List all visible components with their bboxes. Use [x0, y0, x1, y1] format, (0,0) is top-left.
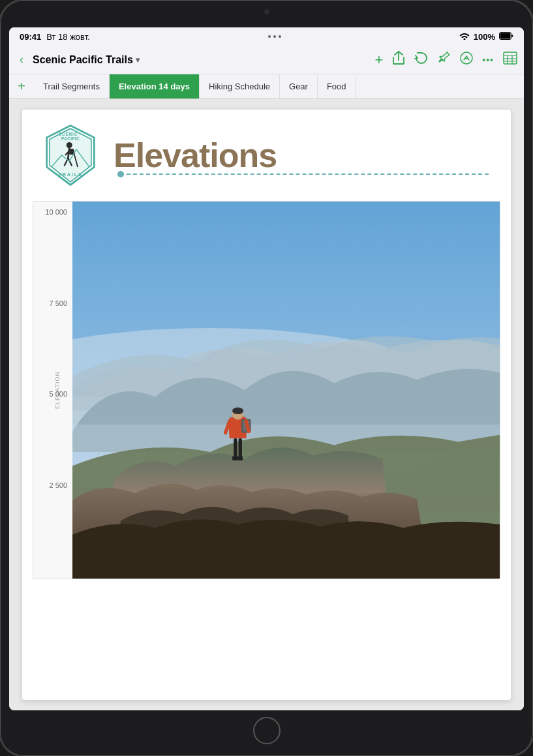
tabs-bar: + Trail Segments Elevation 14 days Hikin…: [9, 74, 524, 99]
mountain-photo: [72, 202, 500, 579]
status-dot-1: [268, 35, 271, 38]
tab-trail-segments[interactable]: Trail Segments: [34, 74, 110, 98]
document-title[interactable]: Scenic Pacific Trails ▾: [33, 54, 140, 66]
svg-line-5: [68, 148, 69, 158]
front-camera: [264, 9, 269, 14]
back-button[interactable]: ‹: [16, 50, 27, 69]
status-right: 100%: [459, 31, 513, 42]
battery-percent: 100%: [474, 32, 495, 42]
undo-button[interactable]: [414, 52, 429, 68]
grid-line-bottom: [72, 579, 500, 579]
status-dot-3: [279, 35, 281, 38]
tab-hiking-schedule[interactable]: Hiking Schedule: [200, 74, 280, 98]
ipad-frame: 09:41 Вт 18 жовт. 100%: [0, 0, 533, 756]
battery-icon: [499, 31, 513, 42]
tab-food[interactable]: Food: [318, 74, 356, 98]
svg-rect-27: [72, 202, 500, 579]
dashed-separator: [120, 174, 489, 175]
chart-container: 10 000 7 500 5 000 2 500 ELEVATION: [33, 201, 500, 579]
add-button[interactable]: +: [374, 52, 383, 68]
wifi-icon: [459, 32, 470, 42]
chart-section: 10 000 7 500 5 000 2 500 ELEVATION: [22, 194, 511, 700]
svg-text:SCENIC: SCENIC: [59, 132, 78, 136]
y-label-10000: 10 000: [33, 208, 72, 216]
status-center-dots: [268, 35, 281, 38]
page-header: SCENIC PACIFIC TRAILS Elevations: [22, 110, 511, 194]
y-label-7500: 7 500: [33, 299, 72, 307]
logo-badge: SCENIC PACIFIC TRAILS: [38, 123, 103, 188]
page-title: Elevations: [114, 136, 495, 175]
page-content: SCENIC PACIFIC TRAILS Elevations: [22, 110, 511, 700]
more-button[interactable]: •••: [482, 55, 494, 65]
screen: 09:41 Вт 18 жовт. 100%: [9, 27, 524, 710]
home-button[interactable]: [253, 717, 281, 744]
tab-add-button[interactable]: +: [9, 74, 34, 98]
y-label-5000: 5 000: [33, 390, 72, 398]
svg-text:PACIFIC: PACIFIC: [61, 136, 80, 141]
y-label-2500: 2 500: [33, 481, 72, 489]
tab-elevation-14-days[interactable]: Elevation 14 days: [110, 74, 200, 98]
content-area: SCENIC PACIFIC TRAILS Elevations: [9, 99, 524, 710]
y-axis: 10 000 7 500 5 000 2 500: [33, 202, 72, 579]
status-date: Вт 18 жовт.: [46, 32, 90, 42]
status-dot-2: [273, 35, 276, 38]
svg-point-2: [461, 52, 472, 64]
share-button[interactable]: [392, 51, 405, 68]
title-chevron-icon: ▾: [136, 55, 140, 65]
status-time: 09:41: [20, 32, 41, 42]
svg-rect-3: [504, 52, 517, 64]
sheets-button[interactable]: [503, 52, 517, 68]
toolbar-icons: +: [374, 51, 517, 68]
toolbar: ‹ Scenic Pacific Trails ▾ +: [9, 46, 524, 74]
svg-rect-1: [500, 33, 511, 39]
format-button[interactable]: [460, 52, 473, 68]
tab-gear[interactable]: Gear: [280, 74, 318, 98]
pin-button[interactable]: [438, 51, 451, 68]
svg-text:TRAILS: TRAILS: [58, 172, 82, 177]
status-bar: 09:41 Вт 18 жовт. 100%: [9, 27, 524, 46]
